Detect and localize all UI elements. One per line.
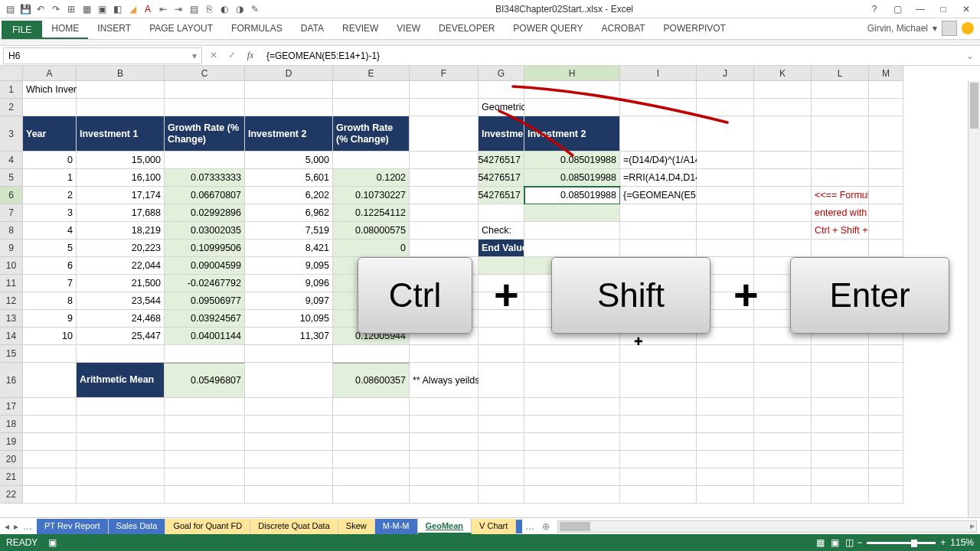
qat-icon[interactable]: ⎘ <box>202 2 216 16</box>
cell-D21[interactable] <box>245 468 333 486</box>
cell-L1[interactable] <box>812 81 869 99</box>
ribbon-tab-acrobat[interactable]: ACROBAT <box>592 19 654 39</box>
cell-A22[interactable] <box>23 486 77 504</box>
fx-icon[interactable]: fx <box>243 50 257 61</box>
minimize-icon[interactable]: — <box>910 2 931 17</box>
cell-A5[interactable]: 1 <box>23 169 77 187</box>
cell-I9[interactable] <box>620 240 697 257</box>
cell-L5[interactable] <box>812 169 869 187</box>
cell-K1[interactable] <box>754 81 812 99</box>
ribbon-tab-powerpivot[interactable]: POWERPIVOT <box>655 19 735 39</box>
ribbon-options-icon[interactable]: ▢ <box>887 2 908 17</box>
cell-L21[interactable] <box>812 468 869 486</box>
cell-C10[interactable]: 0.09004599 <box>165 257 245 275</box>
cell-H6[interactable]: 0.085019988 <box>524 187 620 204</box>
font-color-icon[interactable]: A <box>141 2 155 16</box>
col-header-M[interactable]: M <box>869 66 903 81</box>
cell-C13[interactable]: 0.03924567 <box>165 310 245 328</box>
cell-C3[interactable]: Growth Rate (% Change) <box>165 116 245 152</box>
cell-B4[interactable]: 15,000 <box>77 152 165 169</box>
excel-icon[interactable]: ▤ <box>3 2 17 16</box>
cell-C8[interactable]: 0.03002035 <box>165 222 245 240</box>
ribbon-tab-home[interactable]: HOME <box>42 19 88 39</box>
col-header-E[interactable]: E <box>333 66 410 81</box>
cell-E22[interactable] <box>333 486 410 504</box>
cell-G6[interactable]: 0.054276517 <box>479 187 524 204</box>
cell-M7[interactable] <box>869 204 903 222</box>
cell-B22[interactable] <box>77 486 165 504</box>
cell-F7[interactable] <box>410 204 479 222</box>
row-headers[interactable]: 12345678910111213141516171819202122 <box>0 81 23 504</box>
zoom-out-icon[interactable]: − <box>857 537 862 548</box>
row-header-3[interactable]: 3 <box>0 116 23 152</box>
col-header-B[interactable]: B <box>77 66 165 81</box>
cell-C19[interactable] <box>165 433 245 451</box>
cell-D9[interactable]: 8,421 <box>245 240 333 257</box>
cell-I15[interactable] <box>620 345 697 363</box>
cell-A20[interactable] <box>23 451 77 468</box>
col-header-I[interactable]: I <box>620 66 697 81</box>
cell-D2[interactable] <box>245 99 333 116</box>
cell-F16[interactable]: ** Always yeilds an answer too big (unle… <box>410 363 479 398</box>
cell-K15[interactable] <box>754 345 812 363</box>
help-icon[interactable]: ? <box>864 2 885 17</box>
view-layout-icon[interactable]: ▣ <box>831 537 839 548</box>
qat-icon[interactable]: ◐ <box>217 2 231 16</box>
cell-M5[interactable] <box>869 169 903 187</box>
cell-C15[interactable] <box>165 345 245 363</box>
cell-L8[interactable]: Ctrl + Shift + Enter <box>812 222 869 240</box>
cell-B8[interactable]: 18,219 <box>77 222 165 240</box>
cell-C20[interactable] <box>165 451 245 468</box>
cell-H4[interactable]: 0.085019988 <box>524 152 620 169</box>
cell-K17[interactable] <box>754 398 812 416</box>
cell-B13[interactable]: 24,468 <box>77 310 165 328</box>
zoom-slider[interactable] <box>867 542 936 544</box>
cell-B21[interactable] <box>77 468 165 486</box>
sheet-tab-v-chart[interactable]: V Chart <box>472 519 516 534</box>
cell-G17[interactable] <box>479 398 524 416</box>
cell-B18[interactable] <box>77 416 165 433</box>
cell-L2[interactable] <box>812 99 869 116</box>
new-sheet-button[interactable]: ⊕ <box>537 521 554 532</box>
cell-D5[interactable]: 5,601 <box>245 169 333 187</box>
cell-D8[interactable]: 7,519 <box>245 222 333 240</box>
formula-input[interactable]: {=GEOMEAN(E5:E14+1)-1} <box>262 49 966 63</box>
cell-C6[interactable]: 0.06670807 <box>165 187 245 204</box>
cell-I5[interactable]: =RRI(A14,D4,D14) <box>620 169 697 187</box>
cell-A11[interactable]: 7 <box>23 275 77 292</box>
cell-H19[interactable] <box>524 433 620 451</box>
qat-icon[interactable]: ▣ <box>95 2 109 16</box>
cell-M19[interactable] <box>869 433 903 451</box>
cell-H21[interactable] <box>524 468 620 486</box>
cell-L3[interactable] <box>812 116 869 152</box>
row-header-16[interactable]: 16 <box>0 363 23 398</box>
row-header-19[interactable]: 19 <box>0 433 23 451</box>
cell-F6[interactable] <box>410 187 479 204</box>
cell-K21[interactable] <box>754 468 812 486</box>
cell-I7[interactable] <box>620 204 697 222</box>
cell-M1[interactable] <box>869 81 903 99</box>
cell-E3[interactable]: Growth Rate (% Change) <box>333 116 410 152</box>
cell-A2[interactable] <box>23 99 77 116</box>
col-header-F[interactable]: F <box>410 66 479 81</box>
cell-C21[interactable] <box>165 468 245 486</box>
zoom-level[interactable]: 115% <box>950 537 974 548</box>
cell-J19[interactable] <box>697 433 754 451</box>
cell-J22[interactable] <box>697 486 754 504</box>
col-header-L[interactable]: L <box>812 66 869 81</box>
cell-D6[interactable]: 6,202 <box>245 187 333 204</box>
cell-E16[interactable]: 0.08600357 <box>333 363 410 398</box>
cell-A21[interactable] <box>23 468 77 486</box>
cell-F8[interactable] <box>410 222 479 240</box>
cell-D14[interactable]: 11,307 <box>245 328 333 345</box>
cell-C11[interactable]: -0.02467792 <box>165 275 245 292</box>
cell-K6[interactable] <box>754 187 812 204</box>
cell-D1[interactable] <box>245 81 333 99</box>
cell-M18[interactable] <box>869 416 903 433</box>
smiley-icon[interactable] <box>962 22 974 34</box>
horizontal-scrollbar[interactable]: ◂ ▸ <box>557 520 977 533</box>
cell-D22[interactable] <box>245 486 333 504</box>
cell-G1[interactable] <box>479 81 524 99</box>
sheet-tab-geomean[interactable]: GeoMean <box>418 519 472 534</box>
vertical-scrollbar[interactable] <box>968 81 980 522</box>
